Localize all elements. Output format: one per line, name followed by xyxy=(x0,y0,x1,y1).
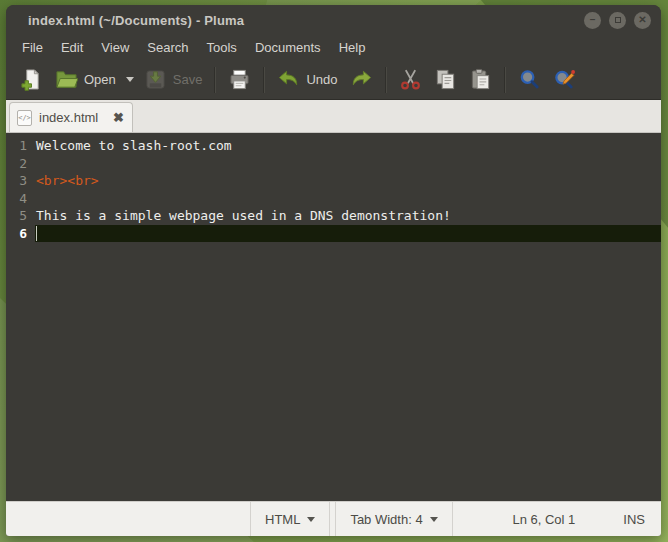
line-text xyxy=(35,225,661,243)
tab-close-icon[interactable]: ✖ xyxy=(113,111,124,124)
cut-button[interactable] xyxy=(393,64,428,95)
toolbar-separator xyxy=(263,67,265,93)
code-line: 3 <br><br> xyxy=(6,172,661,190)
statusbar: HTML Tab Width: 4 Ln 6, Col 1 INS xyxy=(6,501,661,536)
toolbar-separator xyxy=(504,67,506,93)
open-folder-icon xyxy=(55,68,78,91)
text-editor[interactable]: 1 Welcome to slash-root.com 2 3 <br><br>… xyxy=(6,133,661,501)
open-label: Open xyxy=(84,72,116,87)
tab-bar: </> index.html ✖ xyxy=(6,100,661,133)
paste-icon xyxy=(469,68,492,91)
menu-search[interactable]: Search xyxy=(138,37,197,58)
line-number: 1 xyxy=(6,137,35,155)
redo-icon xyxy=(350,68,373,91)
line-text xyxy=(35,190,661,208)
search-replace-icon xyxy=(553,68,576,91)
line-text: This is a simple webpage used in a DNS d… xyxy=(35,207,661,225)
open-dropdown-icon[interactable] xyxy=(126,77,134,82)
undo-label: Undo xyxy=(306,72,337,87)
redo-button[interactable] xyxy=(344,64,379,95)
cut-icon xyxy=(399,68,422,91)
menu-edit[interactable]: Edit xyxy=(52,37,92,58)
copy-icon xyxy=(434,68,457,91)
copy-button[interactable] xyxy=(428,64,463,95)
find-replace-button[interactable] xyxy=(547,64,582,95)
code-line: 4 xyxy=(6,190,661,208)
undo-icon xyxy=(277,68,300,91)
line-number: 6 xyxy=(6,225,35,243)
code-line: 2 xyxy=(6,155,661,173)
chevron-down-icon xyxy=(430,517,438,522)
tab-width-selector[interactable]: Tab Width: 4 xyxy=(335,502,452,536)
toolbar-separator xyxy=(214,67,216,93)
new-document-button[interactable] xyxy=(14,64,49,95)
line-number: 4 xyxy=(6,190,35,208)
line-number: 3 xyxy=(6,172,35,190)
window-title: index.html (~/Documents) - Pluma xyxy=(28,13,244,28)
html-file-icon: </> xyxy=(17,110,32,126)
cursor-position-label: Ln 6, Col 1 xyxy=(512,512,575,527)
menu-view[interactable]: View xyxy=(92,37,138,58)
desktop-wallpaper: index.html (~/Documents) - Pluma – ✕ Fil… xyxy=(0,0,668,542)
save-label: Save xyxy=(173,72,203,87)
line-number: 5 xyxy=(6,207,35,225)
menu-documents[interactable]: Documents xyxy=(246,37,330,58)
new-document-icon xyxy=(20,68,43,91)
minimize-button[interactable]: – xyxy=(584,12,601,29)
chevron-down-icon xyxy=(307,517,315,522)
menu-file[interactable]: File xyxy=(13,37,52,58)
line-text xyxy=(35,155,661,173)
insert-mode-label: INS xyxy=(623,512,645,527)
line-number: 2 xyxy=(6,155,35,173)
find-button[interactable] xyxy=(512,64,547,95)
close-button[interactable]: ✕ xyxy=(634,12,651,29)
language-label: HTML xyxy=(265,512,300,527)
tab-width-label: Tab Width: 4 xyxy=(350,512,422,527)
menu-help[interactable]: Help xyxy=(330,37,375,58)
titlebar[interactable]: index.html (~/Documents) - Pluma – ✕ xyxy=(6,5,661,35)
code-line: 5 This is a simple webpage used in a DNS… xyxy=(6,207,661,225)
maximize-button[interactable] xyxy=(609,12,626,29)
toolbar: Open Save xyxy=(6,60,661,100)
search-icon xyxy=(518,68,541,91)
toolbar-separator xyxy=(385,67,387,93)
menu-tools[interactable]: Tools xyxy=(198,37,246,58)
save-button[interactable]: Save xyxy=(138,64,209,95)
current-code-line: 6 xyxy=(6,225,661,243)
print-icon xyxy=(228,68,251,91)
pluma-window: index.html (~/Documents) - Pluma – ✕ Fil… xyxy=(6,5,661,536)
print-button[interactable] xyxy=(222,64,257,95)
paste-button[interactable] xyxy=(463,64,498,95)
line-text: <br><br> xyxy=(35,172,661,190)
line-text: Welcome to slash-root.com xyxy=(35,137,661,155)
undo-button[interactable]: Undo xyxy=(271,64,343,95)
code-line: 1 Welcome to slash-root.com xyxy=(6,137,661,155)
open-button[interactable]: Open xyxy=(49,64,122,95)
window-controls: – ✕ xyxy=(584,12,651,29)
language-selector[interactable]: HTML xyxy=(250,502,330,536)
tab-index-html[interactable]: </> index.html ✖ xyxy=(9,102,133,132)
menubar: File Edit View Search Tools Documents He… xyxy=(6,35,661,60)
text-cursor xyxy=(36,226,37,241)
tab-title: index.html xyxy=(39,110,106,125)
save-icon xyxy=(144,68,167,91)
